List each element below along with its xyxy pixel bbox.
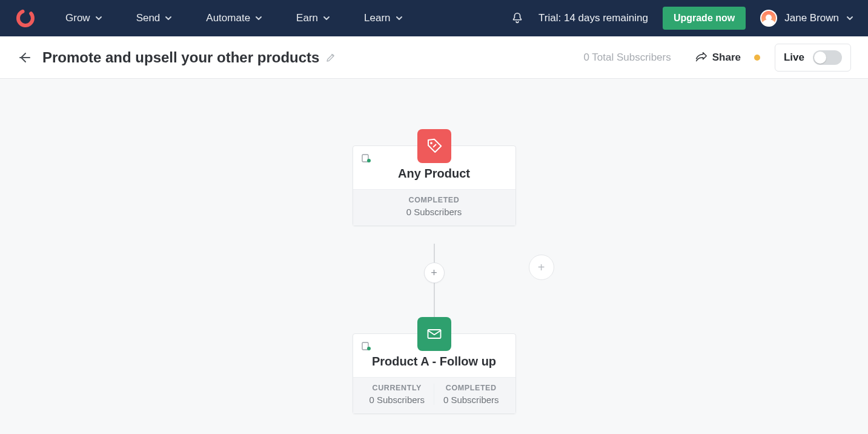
svg-point-0 — [15, 8, 36, 28]
chevron-down-icon — [95, 15, 102, 22]
live-toggle[interactable] — [813, 50, 842, 65]
nav-item-grow[interactable]: Grow — [65, 12, 102, 24]
nav-items: Grow Send Automate Earn Learn — [65, 12, 403, 24]
logo-icon[interactable] — [15, 7, 36, 29]
chevron-down-icon — [323, 15, 330, 22]
sub-header: Promote and upsell your other products 0… — [0, 36, 868, 79]
nav-item-automate[interactable]: Automate — [206, 12, 262, 24]
add-branch-button[interactable]: + — [529, 255, 554, 280]
email-node[interactable]: Product A - Follow up CURRENTLY 0 Subscr… — [353, 333, 516, 414]
bell-icon[interactable] — [511, 12, 524, 25]
completed-label: COMPLETED — [434, 384, 508, 392]
nav-label: Earn — [296, 12, 318, 24]
completed-value: 0 Subscribers — [434, 395, 508, 405]
email-metrics: CURRENTLY 0 Subscribers COMPLETED 0 Subs… — [353, 377, 515, 413]
node-status-icon — [362, 153, 371, 163]
email-title: Product A - Follow up — [372, 355, 496, 368]
trigger-metrics: COMPLETED 0 Subscribers — [353, 189, 515, 225]
svg-point-6 — [367, 347, 371, 350]
flow-column-2: Product A - Follow up CURRENTLY 0 Subscr… — [350, 333, 519, 414]
flow-canvas[interactable]: + Any Product COMPLETED 0 Subscribers + — [0, 79, 868, 434]
nav-item-send[interactable]: Send — [136, 12, 173, 24]
share-label: Share — [712, 52, 741, 64]
total-subscribers: 0 Total Subscribers — [583, 52, 671, 64]
trigger-node[interactable]: Any Product COMPLETED 0 Subscribers — [353, 145, 516, 226]
nav-label: Grow — [65, 12, 90, 24]
currently-value: 0 Subscribers — [360, 395, 434, 405]
live-toggle-box: Live — [775, 44, 851, 72]
share-button[interactable]: Share — [694, 51, 741, 64]
top-nav: Grow Send Automate Earn Learn Trial: 14 … — [0, 0, 868, 36]
status-dot-icon — [754, 55, 760, 61]
nav-item-learn[interactable]: Learn — [364, 12, 402, 24]
currently-label: CURRENTLY — [360, 384, 434, 392]
page-title: Promote and upsell your other products — [42, 49, 319, 66]
upgrade-button[interactable]: Upgrade now — [663, 7, 746, 30]
pencil-icon[interactable] — [325, 52, 336, 63]
avatar-icon — [760, 10, 777, 27]
completed-value: 0 Subscribers — [360, 207, 508, 217]
back-arrow-icon[interactable] — [17, 50, 31, 65]
right-nav: Trial: 14 days remaining Upgrade now Jan… — [511, 7, 853, 30]
add-step-button[interactable]: + — [424, 262, 445, 283]
flow-column: Any Product COMPLETED 0 Subscribers + — [350, 145, 519, 226]
trial-text: Trial: 14 days remaining — [538, 12, 648, 24]
trigger-title: Any Product — [398, 167, 470, 180]
nav-label: Learn — [364, 12, 390, 24]
svg-point-3 — [367, 159, 371, 162]
node-status-icon — [362, 341, 371, 351]
chevron-down-icon — [165, 15, 172, 22]
user-menu[interactable]: Jane Brown — [760, 10, 853, 27]
nav-item-earn[interactable]: Earn — [296, 12, 330, 24]
chevron-down-icon — [846, 15, 853, 22]
user-name: Jane Brown — [784, 12, 839, 24]
share-arrow-icon — [694, 51, 707, 64]
chevron-down-icon — [396, 15, 403, 22]
live-label: Live — [784, 52, 804, 64]
svg-point-1 — [430, 142, 432, 144]
completed-label: COMPLETED — [360, 196, 508, 204]
nav-label: Automate — [206, 12, 250, 24]
nav-label: Send — [136, 12, 161, 24]
chevron-down-icon — [255, 15, 262, 22]
